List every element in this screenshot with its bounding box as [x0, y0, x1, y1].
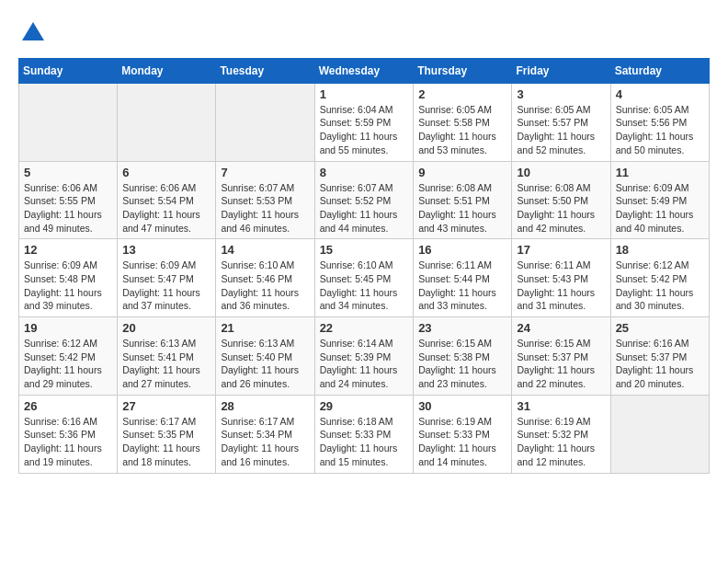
day-number: 13 [122, 243, 210, 257]
svg-marker-0 [22, 22, 44, 40]
day-number: 12 [24, 243, 112, 257]
day-info: Sunrise: 6:06 AM Sunset: 5:55 PM Dayligh… [24, 181, 112, 236]
day-info: Sunrise: 6:12 AM Sunset: 5:42 PM Dayligh… [616, 259, 704, 313]
calendar-cell: 9Sunrise: 6:08 AM Sunset: 5:51 PM Daylig… [414, 161, 512, 239]
day-number: 31 [517, 399, 605, 413]
day-number: 19 [24, 321, 112, 335]
calendar-cell: 12Sunrise: 6:09 AM Sunset: 5:48 PM Dayli… [19, 239, 118, 317]
day-number: 4 [616, 87, 704, 101]
day-info: Sunrise: 6:05 AM Sunset: 5:57 PM Dayligh… [517, 103, 605, 157]
day-number: 22 [320, 321, 409, 335]
weekday-header: Saturday [610, 58, 709, 83]
calendar-cell [216, 83, 314, 161]
day-info: Sunrise: 6:08 AM Sunset: 5:50 PM Dayligh… [517, 181, 605, 236]
calendar-table: SundayMondayTuesdayWednesdayThursdayFrid… [18, 58, 710, 474]
calendar-week-row: 12Sunrise: 6:09 AM Sunset: 5:48 PM Dayli… [19, 239, 710, 317]
calendar-cell: 6Sunrise: 6:06 AM Sunset: 5:54 PM Daylig… [118, 161, 216, 239]
day-info: Sunrise: 6:16 AM Sunset: 5:37 PM Dayligh… [616, 337, 704, 391]
weekday-header: Friday [512, 58, 610, 83]
day-info: Sunrise: 6:05 AM Sunset: 5:58 PM Dayligh… [418, 103, 506, 157]
calendar-cell: 30Sunrise: 6:19 AM Sunset: 5:33 PM Dayli… [414, 395, 512, 473]
calendar-cell: 26Sunrise: 6:16 AM Sunset: 5:36 PM Dayli… [19, 395, 118, 473]
day-info: Sunrise: 6:07 AM Sunset: 5:52 PM Dayligh… [320, 181, 409, 236]
day-info: Sunrise: 6:19 AM Sunset: 5:32 PM Dayligh… [517, 415, 605, 469]
day-info: Sunrise: 6:09 AM Sunset: 5:47 PM Dayligh… [122, 259, 210, 313]
calendar-cell: 15Sunrise: 6:10 AM Sunset: 5:45 PM Dayli… [314, 239, 414, 317]
day-info: Sunrise: 6:10 AM Sunset: 5:45 PM Dayligh… [320, 259, 409, 313]
day-number: 2 [418, 87, 506, 101]
day-info: Sunrise: 6:07 AM Sunset: 5:53 PM Dayligh… [221, 181, 309, 236]
calendar-cell: 23Sunrise: 6:15 AM Sunset: 5:38 PM Dayli… [414, 317, 512, 396]
logo-icon [20, 18, 46, 44]
calendar-cell: 18Sunrise: 6:12 AM Sunset: 5:42 PM Dayli… [610, 239, 709, 317]
calendar-week-row: 5Sunrise: 6:06 AM Sunset: 5:55 PM Daylig… [19, 161, 710, 239]
calendar-cell: 31Sunrise: 6:19 AM Sunset: 5:32 PM Dayli… [512, 395, 610, 473]
day-info: Sunrise: 6:14 AM Sunset: 5:39 PM Dayligh… [320, 337, 409, 391]
day-number: 17 [517, 243, 605, 257]
calendar-cell: 28Sunrise: 6:17 AM Sunset: 5:34 PM Dayli… [216, 395, 314, 473]
day-number: 6 [122, 166, 210, 179]
day-info: Sunrise: 6:19 AM Sunset: 5:33 PM Dayligh… [418, 415, 506, 469]
calendar-cell: 17Sunrise: 6:11 AM Sunset: 5:43 PM Dayli… [512, 239, 610, 317]
weekday-header: Thursday [414, 58, 512, 83]
calendar-cell: 22Sunrise: 6:14 AM Sunset: 5:39 PM Dayli… [314, 317, 414, 396]
day-info: Sunrise: 6:16 AM Sunset: 5:36 PM Dayligh… [24, 415, 112, 469]
day-number: 10 [517, 166, 605, 179]
calendar-cell: 13Sunrise: 6:09 AM Sunset: 5:47 PM Dayli… [118, 239, 216, 317]
day-info: Sunrise: 6:15 AM Sunset: 5:37 PM Dayligh… [517, 337, 605, 391]
day-info: Sunrise: 6:17 AM Sunset: 5:35 PM Dayligh… [122, 415, 210, 469]
day-info: Sunrise: 6:04 AM Sunset: 5:59 PM Dayligh… [320, 103, 409, 157]
day-number: 27 [122, 399, 210, 413]
day-info: Sunrise: 6:09 AM Sunset: 5:48 PM Dayligh… [24, 259, 112, 313]
page-header [18, 18, 710, 49]
day-info: Sunrise: 6:10 AM Sunset: 5:46 PM Dayligh… [221, 259, 309, 313]
calendar-cell: 1Sunrise: 6:04 AM Sunset: 5:59 PM Daylig… [314, 83, 414, 161]
logo [18, 18, 46, 49]
day-info: Sunrise: 6:11 AM Sunset: 5:44 PM Dayligh… [418, 259, 506, 313]
day-number: 28 [221, 399, 309, 413]
weekday-header: Tuesday [216, 58, 314, 83]
day-info: Sunrise: 6:12 AM Sunset: 5:42 PM Dayligh… [24, 337, 112, 391]
day-number: 21 [221, 321, 309, 335]
calendar-cell: 20Sunrise: 6:13 AM Sunset: 5:41 PM Dayli… [118, 317, 216, 396]
calendar-cell [118, 83, 216, 161]
day-number: 20 [122, 321, 210, 335]
day-number: 3 [517, 87, 605, 101]
day-number: 25 [616, 321, 704, 335]
day-info: Sunrise: 6:06 AM Sunset: 5:54 PM Dayligh… [122, 181, 210, 236]
day-info: Sunrise: 6:13 AM Sunset: 5:40 PM Dayligh… [221, 337, 309, 391]
day-number: 30 [418, 399, 506, 413]
calendar-week-row: 1Sunrise: 6:04 AM Sunset: 5:59 PM Daylig… [19, 83, 710, 161]
weekday-header: Wednesday [314, 58, 414, 83]
calendar-cell: 19Sunrise: 6:12 AM Sunset: 5:42 PM Dayli… [19, 317, 118, 396]
calendar-cell: 27Sunrise: 6:17 AM Sunset: 5:35 PM Dayli… [118, 395, 216, 473]
day-number: 9 [418, 166, 506, 179]
calendar-cell: 5Sunrise: 6:06 AM Sunset: 5:55 PM Daylig… [19, 161, 118, 239]
calendar-cell: 16Sunrise: 6:11 AM Sunset: 5:44 PM Dayli… [414, 239, 512, 317]
calendar-cell: 8Sunrise: 6:07 AM Sunset: 5:52 PM Daylig… [314, 161, 414, 239]
day-number: 16 [418, 243, 506, 257]
calendar-cell: 3Sunrise: 6:05 AM Sunset: 5:57 PM Daylig… [512, 83, 610, 161]
calendar-cell: 11Sunrise: 6:09 AM Sunset: 5:49 PM Dayli… [610, 161, 709, 239]
weekday-header: Sunday [19, 58, 118, 83]
calendar-cell: 29Sunrise: 6:18 AM Sunset: 5:33 PM Dayli… [314, 395, 414, 473]
calendar-cell [19, 83, 118, 161]
day-number: 7 [221, 166, 309, 179]
day-info: Sunrise: 6:08 AM Sunset: 5:51 PM Dayligh… [418, 181, 506, 236]
calendar-week-row: 19Sunrise: 6:12 AM Sunset: 5:42 PM Dayli… [19, 317, 710, 396]
calendar-cell: 14Sunrise: 6:10 AM Sunset: 5:46 PM Dayli… [216, 239, 314, 317]
day-info: Sunrise: 6:15 AM Sunset: 5:38 PM Dayligh… [418, 337, 506, 391]
day-number: 29 [320, 399, 409, 413]
day-info: Sunrise: 6:09 AM Sunset: 5:49 PM Dayligh… [616, 181, 704, 236]
calendar-cell: 2Sunrise: 6:05 AM Sunset: 5:58 PM Daylig… [414, 83, 512, 161]
calendar-cell: 21Sunrise: 6:13 AM Sunset: 5:40 PM Dayli… [216, 317, 314, 396]
calendar-cell: 10Sunrise: 6:08 AM Sunset: 5:50 PM Dayli… [512, 161, 610, 239]
day-info: Sunrise: 6:11 AM Sunset: 5:43 PM Dayligh… [517, 259, 605, 313]
day-info: Sunrise: 6:17 AM Sunset: 5:34 PM Dayligh… [221, 415, 309, 469]
calendar-cell: 24Sunrise: 6:15 AM Sunset: 5:37 PM Dayli… [512, 317, 610, 396]
calendar-cell: 7Sunrise: 6:07 AM Sunset: 5:53 PM Daylig… [216, 161, 314, 239]
day-info: Sunrise: 6:18 AM Sunset: 5:33 PM Dayligh… [320, 415, 409, 469]
calendar-cell: 4Sunrise: 6:05 AM Sunset: 5:56 PM Daylig… [610, 83, 709, 161]
day-number: 14 [221, 243, 309, 257]
day-number: 26 [24, 399, 112, 413]
